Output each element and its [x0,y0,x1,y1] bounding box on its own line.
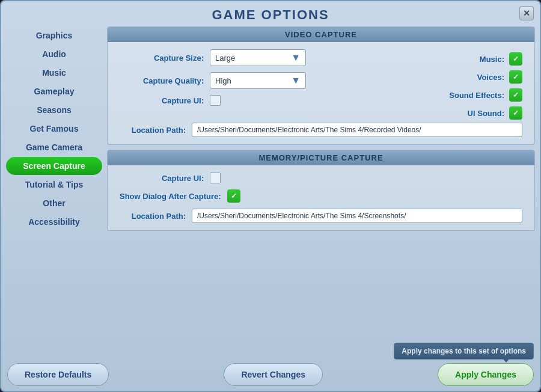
memory-capture-section: Memory/Picture Capture Capture UI: Show … [107,150,535,231]
capture-quality-value: High [215,76,231,85]
main-content: GraphicsAudioMusicGameplaySeasonsGet Fam… [1,26,540,358]
right-panel: Video Capture Capture Size: Large ▼ [107,26,535,354]
ui-sound-label: UI Sound: [468,109,504,118]
video-capture-inner: Capture Size: Large ▼ Captu [120,49,522,120]
memory-capture-header: Memory/Picture Capture [108,150,534,165]
video-location-row: Location Path: /Users/Sheri/Documents/El… [120,123,522,137]
capture-size-arrow-icon: ▼ [291,52,301,63]
capture-size-label: Capture Size: [120,54,204,63]
capture-quality-row: Capture Quality: High ▼ [120,72,420,89]
show-dialog-checkbox[interactable]: ✓ [227,189,240,203]
show-dialog-row: Show Dialog After Capture: ✓ [120,189,522,203]
video-location-label: Location Path: [120,126,186,135]
sidebar-item-screen-capture[interactable]: Screen Capture [6,157,102,175]
memory-capture-ui-checkbox[interactable] [210,173,221,183]
memory-capture-body: Capture UI: Show Dialog After Capture: ✓ [108,165,534,230]
close-button[interactable]: ✕ [519,6,534,20]
sound-effects-label: Sound Effects: [449,91,504,100]
title-bar: Game Options ✕ [1,1,540,26]
capture-quality-select[interactable]: High ▼ [210,72,306,89]
game-options-dialog: Game Options ✕ GraphicsAudioMusicGamepla… [0,0,541,392]
capture-quality-arrow-icon: ▼ [291,75,301,86]
ui-sound-row: UI Sound: ✓ [426,106,522,120]
video-left-col: Capture Size: Large ▼ Captu [120,49,420,120]
sidebar-item-accessibility[interactable]: Accessibility [6,213,102,231]
show-dialog-control: ✓ [227,189,522,203]
memory-capture-ui-row: Capture UI: [120,173,522,183]
music-checkbox[interactable]: ✓ [509,52,522,66]
sound-effects-row: Sound Effects: ✓ [426,88,522,102]
video-capture-ui-control [210,95,420,106]
memory-location-label: Location Path: [120,212,186,221]
apply-changes-button[interactable]: Apply Changes [438,363,534,386]
video-capture-section: Video Capture Capture Size: Large ▼ [107,26,535,145]
ui-sound-checkbox[interactable]: ✓ [509,106,522,120]
dialog-title: Game Options [1,7,540,23]
capture-quality-control: High ▼ [210,72,420,89]
video-capture-header: Video Capture [108,27,534,42]
music-label: Music: [480,55,504,64]
sidebar-item-get-famous[interactable]: Get Famous [6,120,102,138]
tooltip-box: Apply changes to this set of options [394,343,534,360]
restore-defaults-button[interactable]: Restore Defaults [7,363,109,386]
video-capture-ui-label: Capture UI: [120,96,204,105]
sidebar-item-other[interactable]: Other [6,194,102,212]
voices-row: Voices: ✓ [426,70,522,84]
bottom-bar: Apply changes to this set of options Res… [1,358,540,391]
capture-quality-label: Capture Quality: [120,76,204,85]
sidebar-item-game-camera[interactable]: Game Camera [6,138,102,156]
sound-effects-checkbox[interactable]: ✓ [509,88,522,102]
capture-size-control: Large ▼ [210,49,420,66]
sidebar-item-tutorial-&-tips[interactable]: Tutorial & Tips [6,176,102,194]
sidebar: GraphicsAudioMusicGameplaySeasonsGet Fam… [6,26,102,354]
sidebar-item-seasons[interactable]: Seasons [6,101,102,119]
sidebar-item-audio[interactable]: Audio [6,45,102,63]
memory-location-row: Location Path: /Users/Sheri/Documents/El… [120,209,522,223]
memory-capture-ui-control [210,173,522,183]
video-capture-ui-row: Capture UI: [120,95,420,106]
voices-label: Voices: [477,73,504,82]
capture-size-value: Large [215,54,235,63]
capture-size-row: Capture Size: Large ▼ [120,49,420,66]
sidebar-item-music[interactable]: Music [6,64,102,82]
video-right-col: Music: ✓ Voices: ✓ Sound Effects: ✓ [426,49,522,120]
sidebar-item-gameplay[interactable]: Gameplay [6,82,102,100]
video-capture-ui-checkbox[interactable] [210,95,221,106]
video-location-path[interactable]: /Users/Sheri/Documents/Electronic Arts/T… [192,123,522,137]
sidebar-item-graphics[interactable]: Graphics [6,26,102,44]
revert-changes-button[interactable]: Revert Changes [224,363,323,386]
voices-checkbox[interactable]: ✓ [509,70,522,84]
music-row: Music: ✓ [426,52,522,66]
show-dialog-label: Show Dialog After Capture: [120,192,221,201]
memory-location-path[interactable]: /Users/Sheri/Documents/Electronic Arts/T… [192,209,522,223]
video-capture-body: Capture Size: Large ▼ Captu [108,42,534,144]
capture-size-select[interactable]: Large ▼ [210,49,306,66]
memory-capture-ui-label: Capture UI: [120,174,204,183]
